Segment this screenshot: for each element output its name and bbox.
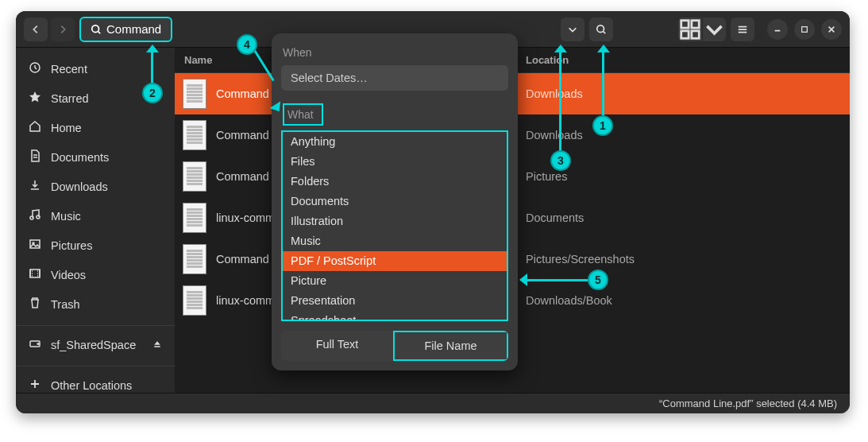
search-options-dropdown-button[interactable]	[561, 17, 584, 41]
what-option[interactable]: Spreadsheet	[283, 311, 507, 321]
sidebar-item-label: Other Locations	[51, 379, 132, 392]
file-thumbnail	[183, 203, 206, 233]
eject-icon[interactable]	[152, 339, 162, 351]
col-header-location[interactable]: Location	[515, 54, 842, 66]
svg-rect-6	[802, 26, 808, 32]
search-toggle-button[interactable]	[589, 17, 613, 41]
file-thumbnail	[183, 161, 206, 192]
svg-point-14	[37, 343, 39, 345]
annotation-2: 2	[142, 83, 163, 103]
sidebar-item-label: Starred	[51, 92, 89, 105]
sidebar-item-documents[interactable]: Documents	[16, 142, 175, 172]
sidebar-item-videos[interactable]: Videos	[16, 260, 175, 289]
when-label: When	[283, 46, 507, 59]
forward-button[interactable]	[51, 17, 75, 41]
svg-rect-10	[30, 240, 40, 248]
sidebar-item-label: Trash	[51, 298, 80, 311]
sidebar-item-music[interactable]: Music	[16, 201, 175, 231]
svg-rect-2	[681, 20, 689, 27]
cell-location: Documents	[515, 211, 842, 224]
document-icon	[29, 149, 41, 165]
what-option[interactable]: Folders	[283, 172, 507, 192]
view-options-button[interactable]	[702, 17, 726, 41]
what-option[interactable]: Illustration	[283, 211, 507, 231]
full-text-button[interactable]: Full Text	[281, 331, 393, 361]
download-icon	[29, 179, 41, 194]
sidebar-item-downloads[interactable]: Downloads	[16, 172, 175, 201]
clock-icon	[29, 61, 41, 76]
sidebar-item-pictures[interactable]: Pictures	[16, 231, 175, 260]
search-icon	[91, 24, 102, 35]
what-option[interactable]: Picture	[283, 271, 507, 291]
what-option[interactable]: Files	[283, 152, 507, 172]
annotation-1: 1	[592, 115, 613, 136]
svg-rect-12	[30, 269, 40, 277]
file-thumbnail	[183, 285, 206, 316]
plus-icon	[29, 378, 41, 393]
what-type-list[interactable]: AnythingFilesFoldersDocumentsIllustratio…	[281, 130, 508, 321]
cell-location: Pictures/Screenshots	[515, 253, 842, 266]
star-icon	[29, 91, 41, 106]
statusbar: “Command Line.pdf” selected (4.4 MB)	[16, 393, 850, 413]
sidebar-item-label: Videos	[51, 269, 86, 281]
icon-view-button[interactable]	[678, 17, 702, 41]
trash-icon	[29, 297, 41, 312]
file-thumbnail	[183, 79, 206, 109]
music-icon	[29, 208, 41, 223]
back-button[interactable]	[24, 17, 48, 41]
sidebar-item-label: Recent	[51, 63, 87, 76]
file-thumbnail	[183, 244, 206, 274]
svg-point-9	[37, 215, 40, 219]
svg-point-8	[30, 216, 33, 219]
what-option[interactable]: Presentation	[283, 291, 507, 311]
sidebar-item-home[interactable]: Home	[16, 113, 175, 142]
select-dates-button[interactable]: Select Dates…	[281, 65, 508, 91]
search-options-panel: When Select Dates… What AnythingFilesFol…	[272, 33, 518, 370]
cell-location: Downloads	[515, 129, 842, 142]
file-name-button[interactable]: File Name	[393, 331, 508, 361]
annotation-4: 4	[237, 34, 257, 55]
what-option[interactable]: Documents	[283, 192, 507, 211]
minimize-button[interactable]	[767, 19, 788, 40]
sidebar-item-sf-sharedspace[interactable]: sf_SharedSpace	[16, 325, 175, 359]
svg-rect-3	[692, 20, 699, 27]
cell-location: Downloads/Book	[515, 294, 842, 307]
svg-rect-4	[681, 30, 689, 37]
svg-point-1	[597, 25, 604, 32]
status-text: “Command Line.pdf” selected (4.4 MB)	[659, 397, 837, 409]
annotation-5: 5	[588, 269, 608, 290]
maximize-button[interactable]	[794, 19, 815, 40]
cell-location: Downloads	[515, 87, 842, 100]
sidebar-item-label: sf_SharedSpace	[51, 339, 136, 351]
sidebar-item-label: Music	[51, 210, 81, 223]
what-option[interactable]: PDF / PostScript	[283, 251, 507, 271]
sidebar-item-label: Documents	[51, 151, 109, 164]
cell-location: Pictures	[515, 170, 842, 183]
sidebar-item-label: Home	[51, 122, 82, 134]
search-mode-segment: Full Text File Name	[281, 331, 508, 361]
search-text: Command	[106, 22, 161, 36]
sidebar-item-trash[interactable]: Trash	[16, 289, 175, 319]
search-field[interactable]: Command	[79, 17, 172, 42]
sidebar-item-label: Pictures	[51, 239, 92, 252]
view-switcher	[678, 17, 726, 41]
video-icon	[29, 267, 41, 282]
svg-point-0	[92, 25, 99, 32]
annotation-3: 3	[550, 150, 571, 171]
hamburger-menu-button[interactable]	[731, 17, 754, 41]
picture-icon	[29, 238, 41, 253]
close-button[interactable]	[821, 19, 842, 40]
disk-icon	[29, 337, 41, 352]
svg-rect-5	[692, 30, 699, 37]
sidebar-item-other-locations[interactable]: Other Locations	[16, 366, 175, 393]
what-option[interactable]: Music	[283, 231, 507, 251]
what-label: What	[283, 103, 323, 126]
home-icon	[29, 120, 41, 135]
file-thumbnail	[183, 120, 206, 150]
what-option[interactable]: Anything	[283, 132, 507, 152]
sidebar-item-label: Downloads	[51, 180, 108, 193]
